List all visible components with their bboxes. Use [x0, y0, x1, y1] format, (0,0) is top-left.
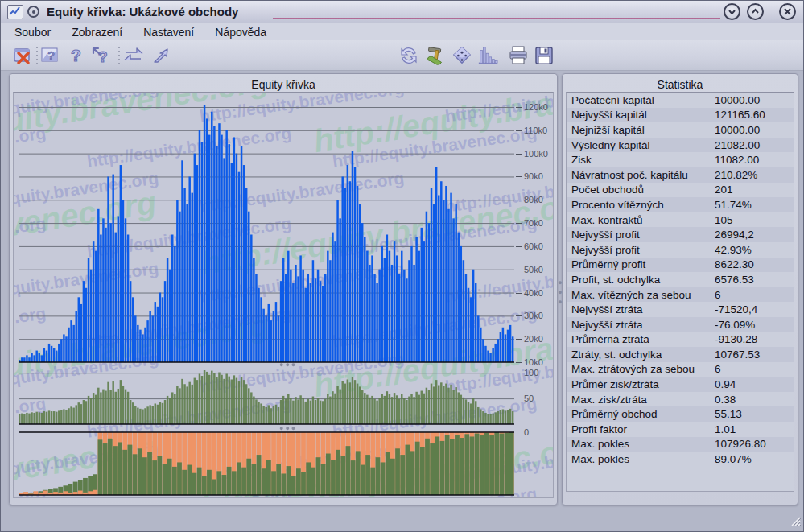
stat-value: -71520,4: [715, 303, 757, 315]
y-axis-label: 0: [524, 427, 529, 437]
shade-down-button[interactable]: [724, 3, 740, 20]
stat-value: 105: [715, 214, 733, 226]
stat-row[interactable]: Průměrná ztráta-9130.28: [567, 332, 794, 348]
window-menu-button[interactable]: [27, 6, 39, 18]
stat-row[interactable]: Nejvyšší profit26994,2: [567, 227, 794, 242]
stat-row[interactable]: Max. pokles89.07%: [567, 452, 794, 467]
equity-panel: Equity křivka http://equity.bravenec.org…: [9, 73, 558, 505]
tools-icon[interactable]: [426, 45, 447, 66]
svg-text:?: ?: [47, 48, 55, 62]
stat-row[interactable]: Průměrný obchod55.13: [567, 406, 794, 422]
histogram-icon[interactable]: [477, 45, 498, 66]
stat-value: -9130.28: [715, 333, 757, 345]
stat-row[interactable]: Počáteční kapitál10000.00: [567, 93, 794, 108]
menu-item-1[interactable]: Zobrazení: [72, 26, 122, 39]
stat-row[interactable]: Nejnižší kapitál10000.00: [567, 122, 794, 138]
splitter-handle[interactable]: ●●●: [279, 361, 297, 369]
stat-row[interactable]: Nejvyšší ztráta-76.09%: [567, 317, 794, 332]
stat-row[interactable]: Max. vítězných za sebou6: [567, 287, 794, 303]
stat-value: 6: [715, 289, 721, 301]
print-icon[interactable]: [508, 45, 529, 66]
stat-row[interactable]: Zisk11082.00: [567, 152, 794, 167]
save-icon[interactable]: [534, 45, 555, 66]
drawdown-chart[interactable]: [19, 431, 514, 497]
help-icon[interactable]: ?: [65, 45, 86, 66]
stat-value: 6: [715, 363, 721, 375]
stat-row[interactable]: Max. zisk/ztráta0.38: [567, 392, 794, 407]
stat-row[interactable]: Výsledný kapitál21082.00: [567, 138, 794, 153]
menu-bar: SouborZobrazeníNastaveníNápověda: [1, 23, 804, 40]
refresh-icon[interactable]: [398, 45, 419, 66]
stat-label: Max. ztrátových za sebou: [571, 363, 715, 375]
stat-row[interactable]: Nejvyšší ztráta-71520,4: [567, 302, 794, 317]
stat-value: 0.94: [715, 378, 736, 390]
stat-row[interactable]: Max. kontraktů105: [567, 212, 794, 228]
toolbar: ? ? ? Pevný risk: [1, 40, 803, 71]
stat-row[interactable]: Procento vítězných51.74%: [567, 197, 794, 212]
equity-curve-chart[interactable]: [19, 97, 514, 365]
y-axis-label: 20k0: [524, 334, 543, 344]
stat-row[interactable]: Počet obchodů201: [567, 183, 794, 198]
app-chart-icon: [7, 5, 23, 19]
menu-item-2[interactable]: Nastavení: [143, 26, 194, 39]
statistics-panel: Statistika Počáteční kapitál10000.00Nejv…: [562, 73, 798, 505]
stat-value: 89.07%: [715, 453, 752, 465]
window-title: Equity křivka: Ukázkové obchody: [47, 5, 238, 19]
stat-value: 21082.00: [715, 139, 760, 151]
stat-label: Nejvyšší profit: [571, 244, 715, 256]
close-icon[interactable]: [779, 3, 796, 20]
stat-label: Max. pokles: [571, 438, 715, 450]
shade-up-button[interactable]: [747, 3, 764, 20]
menu-item-3[interactable]: Nápověda: [215, 26, 266, 39]
whats-this-icon[interactable]: ?: [91, 45, 112, 66]
stat-label: Profit faktor: [571, 423, 715, 435]
stat-value: 26994,2: [715, 229, 754, 241]
resize-grip-icon[interactable]: [790, 515, 801, 530]
stat-value: 121165.60: [715, 109, 765, 121]
y-axis-label: 120k0: [524, 102, 548, 112]
stat-value: 42.93%: [715, 244, 752, 256]
stat-label: Nejvyšší profit: [571, 229, 715, 241]
stat-row[interactable]: Průměr zisk/ztráta0.94: [567, 377, 794, 392]
stat-value: 107926.80: [715, 438, 766, 450]
statistics-list[interactable]: Počáteční kapitál10000.00Nejvyšší kapitá…: [566, 92, 794, 492]
stat-label: Max. vítězných za sebou: [571, 289, 715, 301]
stat-row[interactable]: Profit, st. odchylka6576.53: [567, 272, 794, 287]
y-axis-label: 50k0: [524, 265, 543, 274]
application-window: Equity křivka: Ukázkové obchody SouborZo…: [0, 0, 804, 532]
stat-label: Max. zisk/ztráta: [571, 394, 715, 406]
statistics-panel-title: Statistika: [563, 78, 798, 91]
y-axis-label: 40k0: [524, 288, 543, 298]
stat-row[interactable]: Ztráty, st. odchylka10767.53: [567, 347, 794, 362]
stat-row[interactable]: Nejvyšší kapitál121165.60: [567, 108, 794, 123]
stat-row[interactable]: Nejvyšší profit42.93%: [567, 242, 794, 258]
stat-label: Průměr zisk/ztráta: [571, 378, 715, 390]
y-axis-label: 10k0: [524, 357, 543, 367]
stat-value: -76.09%: [715, 319, 755, 331]
stat-row[interactable]: Max. pokles107926.80: [567, 437, 794, 452]
chart-help-icon[interactable]: ?: [39, 45, 60, 66]
stat-row[interactable]: Návratnost poč. kapitálu210.82%: [567, 167, 794, 183]
stat-label: Max. kontraktů: [571, 214, 715, 226]
stat-row[interactable]: Průměrný profit8622.30: [567, 258, 794, 273]
splitter-handle[interactable]: ●●●: [279, 424, 297, 432]
stat-label: Nejvyšší kapitál: [571, 109, 715, 121]
dice-icon[interactable]: [451, 45, 472, 66]
y-axis-label: 60k0: [524, 241, 543, 251]
y-axis-label: 100k0: [524, 149, 548, 159]
stat-value: 6576.53: [715, 274, 754, 286]
stat-label: Nejnižší kapitál: [571, 124, 715, 136]
stat-row[interactable]: Profit faktor1.01: [567, 422, 794, 437]
swap-arrows-icon[interactable]: [123, 45, 144, 66]
chart-viewport[interactable]: http://equity.bravenec.orghttp://equity.…: [13, 92, 554, 498]
menu-item-0[interactable]: Soubor: [14, 26, 51, 39]
contracts-chart[interactable]: [19, 366, 514, 426]
panel-splitter-handle[interactable]: ●●●: [556, 278, 564, 307]
stat-value: 1.01: [715, 423, 736, 435]
go-up-arrow-icon[interactable]: [150, 45, 171, 66]
close-chart-icon[interactable]: [12, 45, 33, 66]
stat-label: Průměrný obchod: [571, 408, 715, 420]
title-bar[interactable]: Equity křivka: Ukázkové obchody: [1, 1, 803, 24]
y-axis-label: 80k0: [524, 195, 543, 204]
stat-row[interactable]: Max. ztrátových za sebou6: [567, 362, 794, 377]
